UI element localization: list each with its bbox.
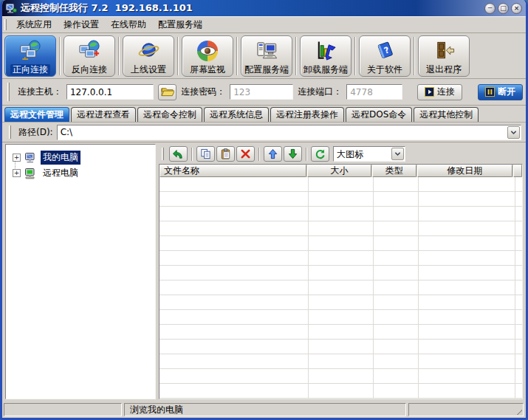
tree-item-remote-computer[interactable]: + 远程电脑: [7, 165, 154, 181]
reverse-connect-icon: [78, 38, 101, 64]
refresh-button[interactable]: [311, 146, 329, 162]
configure-server-icon: [256, 38, 278, 64]
screen-monitor-label: 屏幕监视: [190, 64, 225, 75]
upload-button[interactable]: [264, 146, 282, 162]
disconnect-label: 断开: [498, 86, 515, 98]
tab-remote-file-management[interactable]: 远程文件管理: [4, 107, 69, 122]
uninstall-server-icon: [315, 38, 337, 64]
tab-remote-command-control[interactable]: 远程命令控制: [137, 107, 202, 122]
connection-bar-grip[interactable]: [7, 83, 10, 101]
screen-monitor-icon: [197, 38, 218, 64]
column-header-type[interactable]: 类型: [372, 165, 416, 177]
app-window: 远程控制任我行 7.2 192.168.1.101 ─ □ × 系统应用 操作设…: [0, 0, 528, 420]
configure-server-label: 配置服务端: [244, 64, 289, 75]
port-input[interactable]: [346, 84, 402, 100]
app-icon: [5, 2, 17, 14]
menubar: 系统应用 操作设置 在线帮助 配置服务端: [2, 16, 526, 33]
exit-program-icon: [433, 38, 456, 64]
download-button[interactable]: [284, 146, 302, 162]
tab-remote-process-view[interactable]: 远程进程查看: [71, 107, 136, 122]
configure-server-button[interactable]: 配置服务端: [241, 35, 292, 77]
disconnect-button[interactable]: 断开: [478, 84, 523, 100]
toolbar-separator: [191, 148, 193, 161]
menu-config-server[interactable]: 配置服务端: [152, 17, 208, 32]
screen-monitor-button[interactable]: 屏幕监视: [182, 35, 233, 77]
reverse-connect-label: 反向连接: [72, 64, 107, 75]
toolbar-separator: [258, 148, 260, 161]
file-list-header: 文件名称 大小 类型 修改日期: [160, 165, 522, 177]
main-toolbar: 正向连接 反向连接: [2, 33, 526, 79]
online-settings-icon: [137, 38, 160, 64]
chevron-down-icon: [394, 151, 402, 157]
tree-label-remote-computer[interactable]: 远程电脑: [41, 166, 80, 180]
file-list: 文件名称 大小 类型 修改日期: [159, 164, 523, 399]
down-arrow-icon: [287, 148, 298, 159]
column-header-filename[interactable]: 文件名称: [160, 165, 306, 177]
status-panel-left: [4, 403, 122, 416]
connect-button[interactable]: 连接: [417, 84, 462, 100]
minimize-button[interactable]: ─: [484, 3, 496, 14]
password-label: 连接密码：: [181, 86, 225, 98]
menubar-grip[interactable]: [4, 19, 7, 30]
uninstall-server-label: 卸载服务端: [304, 64, 348, 75]
online-settings-label: 上线设置: [131, 64, 166, 75]
reverse-connect-button[interactable]: 反向连接: [64, 35, 115, 77]
forward-connect-label: 正向连接: [10, 64, 50, 75]
refresh-icon: [315, 148, 326, 159]
folder-open-icon: [160, 86, 174, 97]
path-combobox[interactable]: C:\: [57, 125, 521, 140]
toolbar-separator: [236, 37, 238, 75]
go-up-button[interactable]: [169, 146, 188, 162]
exit-program-button[interactable]: 退出程序: [418, 35, 470, 77]
about-software-label: 关于软件: [367, 64, 402, 75]
minimize-icon: ─: [488, 5, 492, 12]
path-bar-grip[interactable]: [9, 125, 11, 139]
status-panel-right: [408, 403, 524, 416]
tab-remote-registry[interactable]: 远程注册表操作: [270, 107, 344, 122]
about-software-button[interactable]: ? 关于软件: [359, 35, 411, 77]
column-header-size[interactable]: 大小: [307, 165, 371, 177]
tab-remote-dos-command[interactable]: 远程DOS命令: [346, 107, 412, 122]
menu-system[interactable]: 系统应用: [10, 17, 58, 32]
delete-button[interactable]: [236, 146, 255, 162]
up-arrow-icon: [267, 148, 278, 159]
column-header-modified-date[interactable]: 修改日期: [417, 165, 512, 177]
exit-program-label: 退出程序: [426, 64, 462, 75]
view-mode-dropdown-button[interactable]: [391, 148, 404, 160]
paste-button[interactable]: [216, 146, 235, 162]
resize-grip[interactable]: [513, 406, 522, 415]
copy-button[interactable]: [196, 146, 215, 162]
column-header-extra[interactable]: [513, 165, 522, 177]
uninstall-server-button[interactable]: 卸载服务端: [300, 35, 352, 77]
close-button[interactable]: ×: [511, 3, 522, 14]
expand-icon[interactable]: +: [13, 169, 21, 177]
host-input[interactable]: [66, 84, 154, 100]
status-bar: 浏览我的电脑: [2, 402, 526, 418]
file-toolbar-grip[interactable]: [162, 148, 164, 159]
menu-help[interactable]: 在线帮助: [105, 17, 152, 32]
window-title: 远程控制任我行 7.2 192.168.1.101: [21, 1, 481, 15]
menu-settings[interactable]: 操作设置: [58, 17, 105, 32]
file-list-body[interactable]: [160, 177, 522, 399]
paste-icon: [220, 148, 231, 159]
forward-connect-button[interactable]: 正向连接: [4, 35, 56, 77]
path-dropdown-button[interactable]: [507, 126, 520, 139]
online-settings-button[interactable]: 上线设置: [123, 35, 174, 77]
open-host-list-button[interactable]: [158, 84, 176, 100]
view-mode-combobox[interactable]: 大图标: [333, 146, 405, 162]
expand-icon[interactable]: +: [13, 154, 21, 162]
path-label: 路径(D):: [18, 126, 53, 139]
toolbar-separator: [414, 37, 415, 75]
tab-remote-system-info[interactable]: 远程系统信息: [204, 107, 269, 122]
tree-label-my-computer[interactable]: 我的电脑: [41, 151, 80, 165]
maximize-button[interactable]: □: [498, 3, 509, 14]
chevron-down-icon: [510, 129, 518, 136]
jump-arrow-icon: [173, 148, 184, 159]
tab-remote-other-control[interactable]: 远程其他控制: [414, 107, 479, 122]
column-divider: [515, 177, 515, 399]
password-input[interactable]: [230, 84, 293, 100]
tree-item-my-computer[interactable]: + 我的电脑: [7, 150, 154, 165]
host-label: 连接主机：: [18, 86, 62, 98]
toolbar-separator: [354, 37, 356, 75]
view-mode-value: 大图标: [334, 147, 391, 161]
